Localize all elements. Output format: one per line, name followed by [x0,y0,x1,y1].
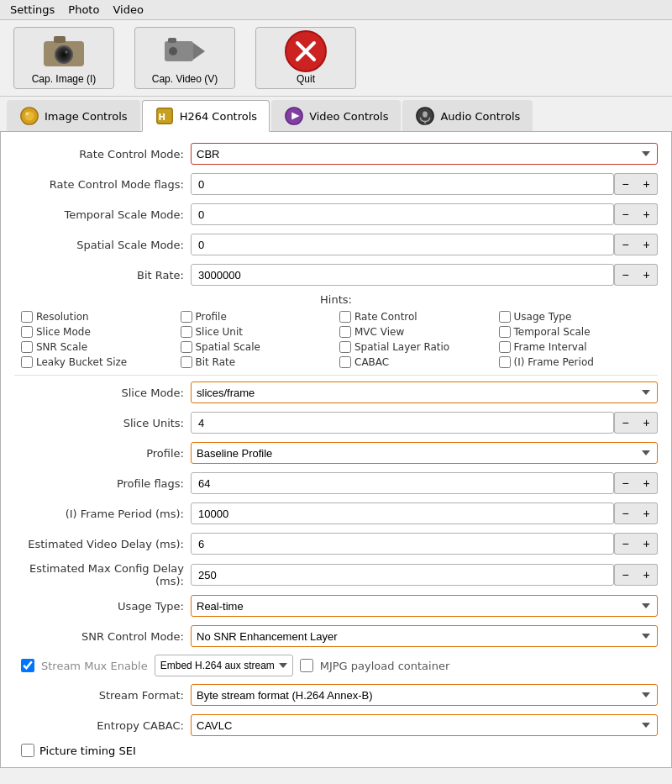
hint-frame-interval[interactable]: Frame Interval [499,341,652,353]
hint-snr-scale-checkbox[interactable] [21,341,33,353]
tab-video-controls[interactable]: Video Controls [271,100,401,131]
divider-1 [14,375,658,376]
iframe-period-input[interactable] [191,502,614,524]
quit-button[interactable]: Quit [255,27,356,89]
hint-leaky-bucket-size-label: Leaky Bucket Size [36,356,127,368]
hint-bit-rate-checkbox[interactable] [181,356,192,368]
menu-photo[interactable]: Photo [61,2,106,18]
toolbar: Cap. Image (I) Cap. Video (V) Quit [0,20,672,97]
svg-text:H: H [158,113,165,122]
hint-rate-control-checkbox[interactable] [339,311,351,323]
stream-mux-select[interactable]: Embed H.264 aux stream [155,655,293,676]
slice-units-input[interactable] [191,412,614,434]
bit-rate-decrement[interactable]: − [614,264,636,286]
stream-format-label: Stream Format: [14,689,191,702]
profile-flags-decrement[interactable]: − [614,472,636,494]
bit-rate-input[interactable] [191,264,614,286]
rate-control-flags-input[interactable] [191,173,614,195]
iframe-period-decrement[interactable]: − [614,502,636,524]
spatial-scale-mode-increment[interactable]: + [636,234,658,255]
hint-leaky-bucket-size-checkbox[interactable] [21,356,33,368]
mjpg-checkbox[interactable] [300,659,313,672]
hint-temporal-scale-checkbox[interactable] [499,326,511,338]
menu-video[interactable]: Video [106,2,150,18]
est-max-config-delay-label: Estimated Max Config Delay (ms): [14,562,191,587]
entropy-cabac-select[interactable]: CAVLC [191,714,658,736]
hint-slice-unit-checkbox[interactable] [181,326,192,338]
entropy-cabac-input-wrap: CAVLC [191,714,658,736]
hint-profile[interactable]: Profile [181,311,333,323]
profile-flags-row: Profile flags: − + [14,471,658,495]
hint-usage-type[interactable]: Usage Type [499,311,652,323]
menu-settings[interactable]: Settings [3,2,61,18]
cap-image-icon [37,31,91,71]
est-video-delay-input[interactable] [191,533,614,555]
hint-slice-mode-checkbox[interactable] [21,326,33,338]
spatial-scale-mode-input[interactable] [191,234,614,255]
profile-select[interactable]: Baseline Profile [191,442,658,464]
cap-image-button[interactable]: Cap. Image (I) [13,27,114,89]
spatial-scale-mode-decrement[interactable]: − [614,234,636,255]
temporal-scale-mode-input-wrap: − + [191,203,658,225]
hint-bit-rate[interactable]: Bit Rate [181,356,333,368]
tab-h264-controls[interactable]: H H264 Controls [142,100,270,132]
hint-leaky-bucket-size[interactable]: Leaky Bucket Size [21,356,174,368]
hint-resolution-checkbox[interactable] [21,311,33,323]
hint-mvc-view[interactable]: MVC View [339,326,492,338]
tab-image-controls[interactable]: Image Controls [7,100,140,131]
mjpg-label: MJPG payload container [320,660,450,672]
hint-usage-type-checkbox[interactable] [499,311,511,323]
rate-control-flags-increment[interactable]: + [636,173,658,195]
hint-cabac-checkbox[interactable] [339,356,351,368]
est-max-config-delay-input[interactable] [191,564,614,586]
hint-mvc-view-checkbox[interactable] [339,326,351,338]
iframe-period-increment[interactable]: + [636,502,658,524]
hint-spatial-scale[interactable]: Spatial Scale [181,341,333,353]
profile-flags-input[interactable] [191,472,614,494]
hint-spatial-layer-ratio-checkbox[interactable] [339,341,351,353]
hint-spatial-scale-checkbox[interactable] [181,341,192,353]
est-max-config-delay-decrement[interactable]: − [614,564,636,586]
temporal-scale-mode-increment[interactable]: + [636,203,658,225]
profile-label: Profile: [14,447,191,460]
rate-control-mode-select[interactable]: CBR [191,143,658,165]
profile-flags-label: Profile flags: [14,477,191,490]
quit-label: Quit [297,73,315,85]
content-area: Rate Control Mode: CBR Rate Control Mode… [0,132,672,768]
hint-temporal-scale[interactable]: Temporal Scale [499,326,652,338]
hint-cabac[interactable]: CABAC [339,356,492,368]
image-controls-icon [19,106,39,126]
cap-video-button[interactable]: Cap. Video (V) [134,27,235,89]
hint-slice-mode-label: Slice Mode [36,326,91,338]
hint-iframe-period[interactable]: (I) Frame Period [499,356,652,368]
snr-control-mode-select[interactable]: No SNR Enhancement Layer [191,625,658,647]
temporal-scale-mode-input[interactable] [191,203,614,225]
tab-audio-controls[interactable]: Audio Controls [402,100,533,131]
stream-mux-row: Stream Mux Enable Embed H.264 aux stream… [14,655,658,676]
entropy-cabac-row: Entropy CABAC: CAVLC [14,713,658,737]
slice-units-increment[interactable]: + [636,412,658,434]
usage-type-select[interactable]: Real-time [191,595,658,617]
profile-flags-increment[interactable]: + [636,472,658,494]
hint-iframe-period-checkbox[interactable] [499,356,511,368]
hint-spatial-layer-ratio[interactable]: Spatial Layer Ratio [339,341,492,353]
hint-slice-mode[interactable]: Slice Mode [21,326,174,338]
rate-control-flags-decrement[interactable]: − [614,173,636,195]
picture-timing-checkbox[interactable] [21,744,34,757]
hint-snr-scale[interactable]: SNR Scale [21,341,174,353]
slice-mode-select[interactable]: slices/frame [191,381,658,403]
bit-rate-increment[interactable]: + [636,264,658,286]
hint-slice-unit[interactable]: Slice Unit [181,326,333,338]
hint-frame-interval-checkbox[interactable] [499,341,511,353]
temporal-scale-mode-decrement[interactable]: − [614,203,636,225]
stream-mux-checkbox[interactable] [21,659,34,672]
hint-rate-control[interactable]: Rate Control [339,311,492,323]
est-video-delay-decrement[interactable]: − [614,533,636,555]
est-max-config-delay-increment[interactable]: + [636,564,658,586]
hint-profile-checkbox[interactable] [181,311,192,323]
stream-mux-label: Stream Mux Enable [41,660,148,672]
slice-units-decrement[interactable]: − [614,412,636,434]
hint-resolution[interactable]: Resolution [21,311,174,323]
stream-format-select[interactable]: Byte stream format (H.264 Annex-B) [191,684,658,706]
est-video-delay-increment[interactable]: + [636,533,658,555]
